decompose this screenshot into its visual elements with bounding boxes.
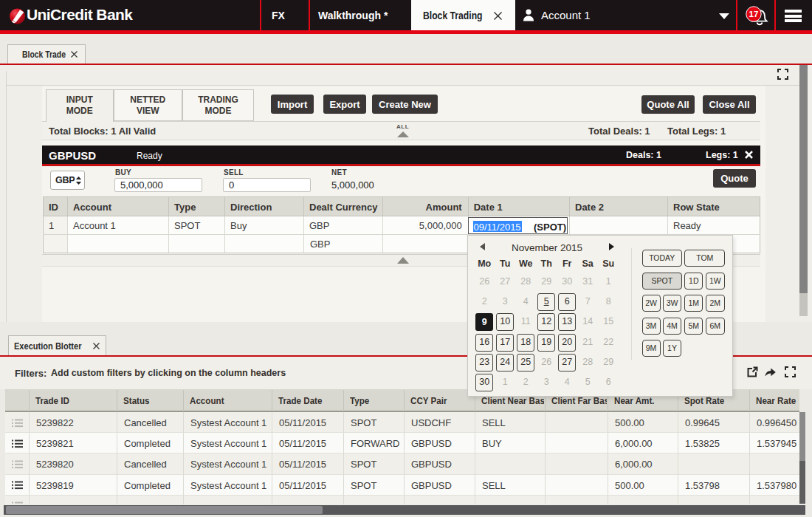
svg-text:17: 17 bbox=[749, 10, 759, 18]
